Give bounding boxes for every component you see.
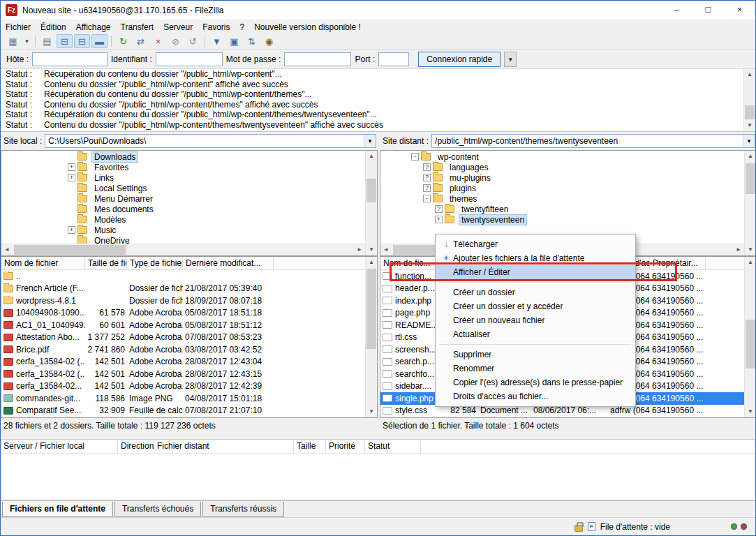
host-input[interactable]: [32, 52, 108, 66]
compare-icon[interactable]: ▣: [226, 34, 242, 48]
toggle-queue-icon[interactable]: ▬: [91, 34, 108, 48]
scrollbar-thumb[interactable]: [746, 320, 755, 368]
tree-expander-icon[interactable]: -: [411, 153, 419, 161]
local-tree-item[interactable]: + Music: [1, 225, 365, 235]
local-tree-item[interactable]: Modèles: [1, 214, 365, 225]
local-file-row[interactable]: 104094908-1090... 61 578 Adobe Acroba...…: [1, 307, 365, 320]
scroll-down-icon[interactable]: ▼: [745, 244, 756, 255]
quickconnect-dropdown-button[interactable]: ▾: [504, 52, 517, 67]
reconnect-icon[interactable]: ↺: [185, 34, 201, 48]
context-menu-item[interactable]: Droits d'accès au fichier...: [436, 389, 635, 403]
scroll-up-icon[interactable]: ▲: [745, 151, 756, 162]
local-file-row[interactable]: AC1_01_1040949... 60 601 Adobe Acroba...…: [1, 319, 365, 332]
column-header[interactable]: Statut: [365, 440, 421, 453]
tree-expander-icon[interactable]: +: [68, 174, 75, 181]
queue-tab[interactable]: Transferts réussis: [202, 502, 284, 517]
toolbar-button[interactable]: [205, 36, 205, 47]
menubar-item[interactable]: Édition: [36, 21, 71, 34]
context-menu-item[interactable]: + Ajouter les fichiers à la file d'atten…: [436, 251, 635, 265]
column-header[interactable]: Taille de fic...: [85, 257, 127, 269]
toggle-local-tree-icon[interactable]: ⊟: [57, 34, 73, 48]
sync-browse-icon[interactable]: ⇅: [244, 34, 260, 48]
context-menu-item[interactable]: Supprimer: [436, 348, 635, 362]
menubar-item[interactable]: ?: [235, 21, 250, 34]
column-header[interactable]: Serveur / Fichier local: [1, 440, 118, 453]
tree-expander-icon[interactable]: +: [68, 163, 75, 171]
quickconnect-button[interactable]: Connexion rapide: [418, 52, 501, 67]
close-button[interactable]: ×: [724, 1, 755, 20]
local-file-row[interactable]: cerfa_13584-02... 142 501 Adobe Acroba..…: [1, 380, 365, 393]
scroll-down-icon[interactable]: ▼: [744, 120, 755, 131]
remote-tree-item[interactable]: ? twentyfifteen: [380, 204, 744, 214]
scroll-up-icon[interactable]: ▲: [366, 151, 377, 162]
local-tree-item[interactable]: OneDrive: [1, 235, 365, 244]
site-manager-icon[interactable]: ▦: [5, 34, 21, 48]
tree-expander-icon[interactable]: ?: [435, 205, 443, 213]
local-file-row[interactable]: Comparatif See... 32 909 Feuille de calc…: [1, 405, 365, 417]
remote-tree-item[interactable]: ? plugins: [380, 183, 744, 193]
toggle-log-icon[interactable]: ▤: [39, 34, 55, 48]
local-tree-item[interactable]: Menu Démarrer: [1, 193, 365, 204]
column-header[interactable]: Priorité: [326, 440, 365, 453]
scroll-down-icon[interactable]: ▼: [745, 406, 756, 417]
remote-path-dropdown-icon[interactable]: ▾: [743, 135, 755, 147]
column-header[interactable]: Type de fichier: [127, 257, 183, 269]
disconnect-icon[interactable]: ⊘: [168, 34, 184, 48]
local-path-combo[interactable]: C:\Users\Poui\Downloads\ ▾: [45, 134, 376, 148]
remote-tree-item[interactable]: + twentyseventeen: [380, 214, 744, 225]
tree-expander-icon[interactable]: ?: [423, 174, 431, 181]
remote-tree-item[interactable]: ? languages: [380, 162, 744, 172]
local-file-row[interactable]: wordpress-4.8.1 Dossier de fich... 18/09…: [1, 295, 365, 307]
menubar-item[interactable]: Affichage: [71, 21, 116, 34]
remote-tree-scrollbar[interactable]: ▲ ▼: [744, 151, 756, 255]
log-scrollbar[interactable]: ▲ ▼: [743, 69, 755, 131]
scrollbar-thumb[interactable]: [366, 269, 376, 349]
tree-expander-icon[interactable]: +: [68, 226, 75, 234]
local-tree-scrollbar[interactable]: ▲ ▼: [365, 151, 377, 255]
menubar-item[interactable]: Fichier: [1, 21, 36, 34]
column-header[interactable]: Fichier distant: [154, 440, 294, 453]
local-file-row[interactable]: French Article (F... Dossier de fich... …: [1, 283, 365, 295]
local-list-scrollbar[interactable]: ▲ ▼: [365, 257, 377, 417]
queue-tab[interactable]: Transferts échoués: [114, 502, 201, 517]
column-header[interactable]: Direction: [118, 440, 154, 453]
password-input[interactable]: [284, 52, 351, 66]
site-manager-dropdown-icon[interactable]: ▾: [22, 34, 31, 48]
context-menu-item[interactable]: Actualiser: [436, 327, 635, 341]
refresh-icon[interactable]: ↻: [115, 34, 131, 48]
menubar-item[interactable]: Favoris: [198, 21, 235, 34]
local-file-row[interactable]: cerfa_13584-02 (... 142 501 Adobe Acroba…: [1, 368, 365, 380]
local-tree-item[interactable]: + Links: [1, 172, 365, 183]
context-menu-item[interactable]: [436, 341, 635, 348]
tree-expander-icon[interactable]: -: [423, 195, 431, 202]
queue-tab[interactable]: Fichiers en file d'attente: [2, 502, 113, 517]
context-menu-item[interactable]: Afficher / Éditer: [436, 265, 635, 279]
scrollbar-thumb[interactable]: [746, 163, 755, 194]
local-file-row[interactable]: Brice.pdf 2 741 860 Adobe Acroba... 03/0…: [1, 343, 365, 356]
local-tree-hscrollbar[interactable]: ◄ ►: [1, 244, 365, 255]
scroll-right-icon[interactable]: ►: [733, 244, 744, 255]
find-icon[interactable]: ◉: [261, 34, 277, 48]
scroll-down-icon[interactable]: ▼: [366, 244, 377, 255]
local-tree-item[interactable]: Mes documents: [1, 204, 365, 214]
local-file-row[interactable]: Attestation Abo... 1 377 252 Adobe Acrob…: [1, 332, 365, 344]
remote-tree-item[interactable]: - wp-content: [380, 151, 744, 162]
scroll-left-icon[interactable]: ◄: [380, 244, 392, 255]
maximize-button[interactable]: □: [692, 1, 724, 20]
scroll-right-icon[interactable]: ►: [354, 244, 365, 255]
local-file-row[interactable]: cerfa_13584-02 (... 142 501 Adobe Acroba…: [1, 356, 365, 368]
context-menu-item[interactable]: Créer un dossier: [436, 285, 635, 299]
remote-tree-item[interactable]: - themes: [380, 193, 744, 204]
remote-tree-item[interactable]: ? mu-plugins: [380, 172, 744, 183]
username-input[interactable]: [156, 52, 223, 66]
scrollbar-thumb[interactable]: [745, 105, 755, 119]
context-menu-item[interactable]: Créer un dossier et y accéder: [436, 299, 635, 313]
tree-expander-icon[interactable]: ?: [423, 163, 431, 171]
menubar-item[interactable]: Transfert: [116, 21, 159, 34]
local-tree-item[interactable]: + Favorites: [1, 162, 365, 172]
scrollbar-thumb[interactable]: [14, 245, 126, 255]
context-menu-item[interactable]: [436, 279, 635, 285]
menubar-item[interactable]: Nouvelle version disponible !: [249, 21, 366, 34]
process-queue-icon[interactable]: ⇄: [133, 34, 149, 48]
scroll-up-icon[interactable]: ▲: [745, 257, 756, 268]
